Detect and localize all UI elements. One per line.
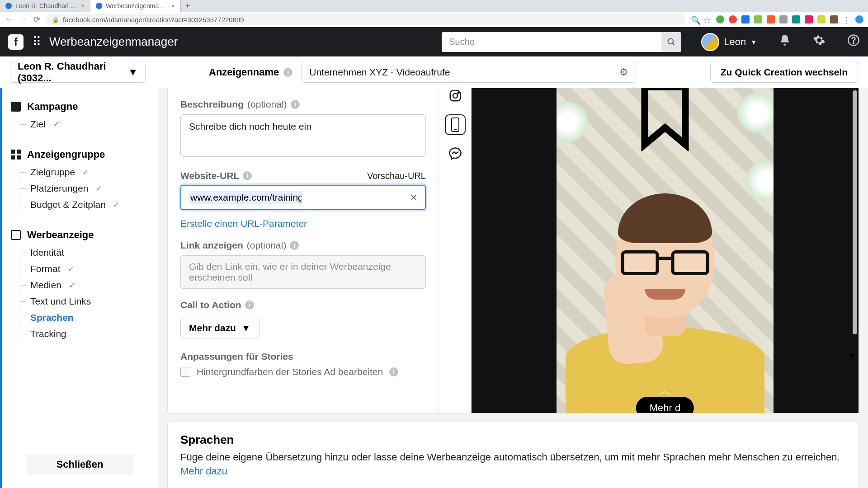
profile-icon[interactable]: [855, 15, 863, 23]
description-label: Beschreibung (optional) i: [180, 99, 426, 110]
clear-icon[interactable]: ×: [410, 191, 417, 204]
check-icon: ✓: [82, 167, 89, 177]
sidebar-head-ad[interactable]: Werbeanzeige: [2, 225, 158, 244]
instagram-icon[interactable]: [445, 88, 466, 106]
content: Beschreibung (optional) i Website-URL i …: [158, 88, 868, 488]
website-url-field[interactable]: [189, 191, 302, 204]
ext-icon[interactable]: [779, 15, 788, 23]
ext-icon[interactable]: [792, 15, 800, 23]
zoom-icon[interactable]: 🔍: [691, 15, 699, 23]
url-parameter-link[interactable]: Erstelle einen URL-Parameter: [180, 218, 426, 229]
chevron-down-icon: ▼: [241, 323, 251, 333]
reload-icon[interactable]: ⟳: [33, 14, 40, 24]
sidebar-item-budget[interactable]: Budget & Zeitplan✓: [19, 197, 158, 213]
sidebar-group-adset: Anzeigengruppe Zielgruppe✓ Platzierungen…: [2, 145, 158, 213]
info-icon[interactable]: i: [291, 100, 300, 109]
website-url-input[interactable]: ×: [180, 185, 426, 210]
address-bar: ← → ⟳ 🔒 facebook.com/adsmanager/creation…: [0, 12, 868, 27]
back-icon[interactable]: ←: [5, 14, 13, 24]
info-icon[interactable]: i: [245, 300, 254, 310]
sidebar-item-zielgruppe[interactable]: Zielgruppe✓: [19, 164, 158, 180]
forward-icon[interactable]: →: [19, 14, 27, 24]
user-menu[interactable]: Leon ▼: [701, 33, 757, 51]
check-icon: ✓: [68, 264, 75, 274]
scrollbar[interactable]: [853, 88, 857, 479]
sidebar-item-platzierungen[interactable]: Platzierungen✓: [19, 180, 158, 197]
search-input[interactable]: Suche: [442, 32, 663, 52]
close-tab-icon[interactable]: ×: [171, 2, 175, 9]
languages-title: Sprachen: [180, 433, 846, 447]
ad-name-input[interactable]: Unternehmen XYZ - Videoaufrufe ⚙: [302, 62, 636, 83]
close-tab-icon[interactable]: ×: [81, 2, 85, 9]
browser-tab[interactable]: Werbeanzeigenmanager - Cre ×: [90, 0, 181, 12]
star-icon[interactable]: ☆: [703, 15, 712, 23]
check-icon: ✓: [113, 200, 120, 210]
ext-icon[interactable]: [716, 15, 724, 23]
chevron-up-icon: ︿: [659, 382, 671, 399]
sidebar-item-tracking[interactable]: Tracking: [19, 326, 158, 342]
description-input[interactable]: [180, 114, 426, 157]
chevron-down-icon: ▼: [750, 38, 757, 46]
sidebar-head-campaign[interactable]: Kampagne: [2, 97, 158, 116]
preview-video-frame: ︿ Mehr d: [557, 88, 774, 413]
chevron-down-icon: ▼: [128, 66, 138, 78]
gear-icon[interactable]: ⚙: [619, 66, 628, 78]
ad-name-label: Anzeigenname i: [209, 66, 292, 78]
facebook-logo[interactable]: f: [8, 34, 24, 50]
languages-description: Füge deine eigene Übersetzung hinzu oder…: [180, 450, 846, 479]
sidebar-item-ziel[interactable]: Ziel✓: [19, 116, 158, 132]
svg-point-3: [853, 43, 854, 44]
search-button[interactable]: [661, 32, 681, 52]
info-icon[interactable]: i: [290, 241, 299, 250]
info-icon[interactable]: i: [243, 171, 252, 180]
account-selector[interactable]: Leon R. Chaudhari (3032... ▼: [10, 62, 146, 83]
url-input[interactable]: 🔒 facebook.com/adsmanager/creation?act=3…: [46, 14, 685, 25]
ad-preview: ︿ Mehr d ➤: [472, 88, 859, 413]
info-icon[interactable]: i: [389, 367, 398, 376]
notifications-icon[interactable]: [778, 34, 791, 50]
search-placeholder: Suche: [449, 37, 475, 47]
mobile-icon[interactable]: [445, 114, 466, 135]
messenger-icon[interactable]: [445, 143, 466, 164]
extension-icons: 🔍 ☆ ⋮: [691, 15, 863, 23]
sidebar-group-ad: Werbeanzeige Identität Format✓ Medien✓ T…: [2, 225, 158, 342]
cta-dropdown[interactable]: Mehr dazu ▼: [180, 318, 259, 338]
sidebar-item-identitaet[interactable]: Identität: [19, 244, 158, 261]
preview-url-link[interactable]: Vorschau-URL: [367, 171, 426, 181]
ext-icon[interactable]: [754, 15, 762, 23]
close-button[interactable]: Schließen: [26, 454, 134, 475]
account-name: Leon R. Chaudhari (3032...: [18, 61, 128, 84]
menu-icon[interactable]: ⋮: [843, 15, 851, 23]
sidebar-item-sprachen[interactable]: Sprachen: [19, 310, 158, 326]
sidebar-item-format[interactable]: Format✓: [19, 261, 158, 277]
ext-icon[interactable]: [817, 15, 826, 23]
lock-icon: 🔒: [52, 16, 59, 23]
ext-icon[interactable]: [767, 15, 775, 23]
settings-icon[interactable]: [813, 34, 826, 50]
learn-more-link[interactable]: Mehr dazu: [180, 465, 227, 477]
stories-checkbox-row[interactable]: Hintergrundfarben der Stories Ad bearbei…: [180, 366, 426, 377]
tab-label: Werbeanzeigenmanager - Cre: [106, 2, 168, 9]
sidebar-item-medien[interactable]: Medien✓: [19, 277, 158, 293]
main: Kampagne Ziel✓ Anzeigengruppe Zielgruppe…: [0, 88, 868, 488]
apps-grid-icon[interactable]: ⠿: [33, 35, 40, 49]
tab-label: Leon R. Chaudhari | Facebook: [15, 2, 77, 9]
ext-icon[interactable]: [830, 15, 838, 23]
tab-bar: Leon R. Chaudhari | Facebook × Werbeanze…: [0, 0, 868, 12]
link-display-label: Link anzeigen (optional) i: [180, 240, 426, 251]
sidebar-item-text[interactable]: Text und Links: [19, 293, 158, 310]
ad-name-value: Unternehmen XYZ - Videoaufrufe: [309, 67, 450, 78]
ext-icon[interactable]: [729, 15, 737, 23]
nav-icons: ← → ⟳: [5, 14, 40, 24]
ext-icon[interactable]: [805, 15, 813, 23]
link-display-input[interactable]: Gib den Link ein, wie er in deiner Werbe…: [180, 255, 426, 289]
sidebar-head-adset[interactable]: Anzeigengruppe: [2, 145, 158, 164]
scroll-thumb[interactable]: [853, 90, 857, 334]
ext-icon[interactable]: [741, 15, 750, 23]
help-icon[interactable]: [847, 34, 860, 50]
browser-tab[interactable]: Leon R. Chaudhari | Facebook ×: [0, 0, 90, 12]
info-icon[interactable]: i: [283, 68, 292, 77]
checkbox[interactable]: [180, 367, 190, 377]
quick-creation-button[interactable]: Zu Quick Creation wechseln: [710, 62, 858, 83]
new-tab-button[interactable]: +: [181, 1, 195, 11]
